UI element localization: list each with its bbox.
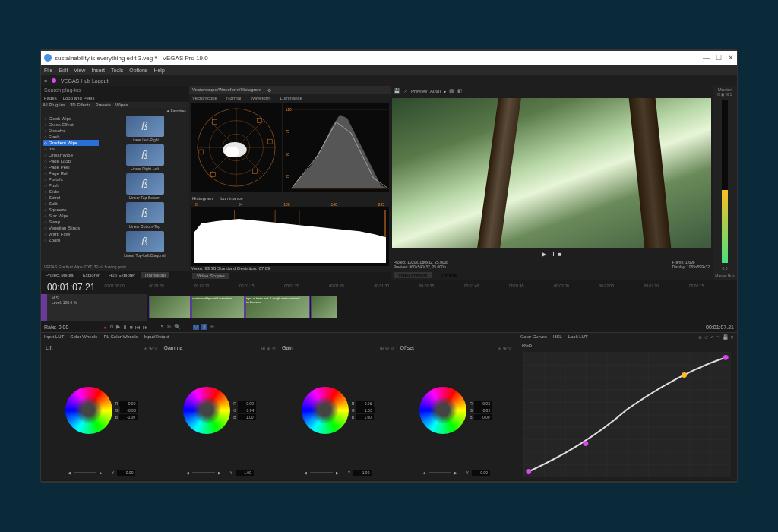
curve-channel-label[interactable]: RGB — [517, 341, 737, 349]
plugin-item[interactable]: Flash — [43, 134, 99, 140]
scope-mode[interactable]: Vectorscope — [192, 96, 217, 100]
scopes-settings-icon[interactable]: ⚙ — [267, 87, 271, 93]
plugin-item[interactable]: Iris — [43, 146, 99, 152]
color-wheel[interactable] — [419, 387, 466, 434]
scope-mode[interactable]: Luminance — [280, 96, 302, 100]
panel-tab[interactable]: Explorer — [80, 272, 103, 278]
plugin-item[interactable]: Venetian Blinds — [43, 225, 99, 231]
preview-save-icon[interactable]: 💾 — [394, 88, 400, 94]
left-subtab[interactable]: All Plug-ins — [43, 103, 65, 107]
wheel-tab[interactable]: Input/Output — [144, 334, 169, 339]
plugin-item[interactable]: Dissolve — [43, 128, 99, 134]
menu-help[interactable]: Help — [153, 68, 164, 73]
tl-play-button[interactable]: ▶ — [116, 324, 120, 330]
clip[interactable] — [149, 296, 191, 318]
menu-insert[interactable]: Insert — [91, 68, 105, 73]
plugin-item[interactable]: Portals — [43, 176, 99, 182]
preview-tab[interactable]: Trimmer — [436, 272, 462, 278]
hist-mode[interactable]: Histogram — [192, 196, 213, 201]
plugin-item[interactable]: Cross Effect — [43, 122, 99, 128]
scope-mode[interactable]: Normal — [226, 96, 241, 100]
plugin-item[interactable]: Slide — [43, 188, 99, 195]
tl-marker-v[interactable]: V — [193, 325, 200, 330]
plugin-item[interactable]: Warp Flow — [43, 231, 99, 237]
clip[interactable] — [311, 296, 337, 318]
tl-end-button[interactable]: ⏭ — [143, 325, 148, 330]
tl-marker-a[interactable]: ▮ — [201, 324, 207, 330]
left-subtab[interactable]: Presets — [96, 103, 111, 107]
master-fx-icon[interactable]: fx ◉ M S — [717, 92, 732, 97]
panel-tab[interactable]: Hub Explorer — [106, 272, 138, 278]
curve-bypass-icon[interactable]: ⊘ — [698, 334, 702, 340]
stop-button[interactable]: ■ — [558, 251, 562, 258]
panel-tab[interactable]: Project Media — [43, 272, 77, 278]
plugin-item[interactable]: Push — [43, 182, 99, 188]
curve-save-icon[interactable]: 💾 — [723, 334, 728, 340]
track-header[interactable]: M S Level: 100.0 % — [41, 294, 147, 321]
menu-edit[interactable]: Edit — [59, 68, 68, 73]
plugin-item[interactable]: Clock Wipe — [43, 116, 99, 122]
hub-logout[interactable]: VEGAS Hub Logout — [61, 78, 108, 84]
preview-mode[interactable]: Preview (Auto) — [411, 89, 441, 93]
curve-tab[interactable]: HSL — [553, 334, 562, 340]
hist-mode[interactable]: Luminance — [220, 196, 242, 201]
tl-start-button[interactable]: ⏮ — [135, 325, 141, 330]
plugin-item[interactable]: Page Roll — [43, 170, 99, 176]
video-scopes-tab[interactable]: Video Scopes — [192, 273, 229, 279]
plugin-item[interactable]: Linear Wipe — [43, 152, 99, 158]
tl-tool-cut[interactable]: ✂ — [167, 324, 172, 330]
curve-tab[interactable]: Color Curves — [520, 334, 547, 340]
plugin-item[interactable]: Gradient Wipe — [43, 140, 99, 146]
preview-split-icon[interactable]: ▦ — [449, 88, 454, 94]
clip[interactable]: tops of trees oak & rough overcast-wind … — [245, 296, 310, 318]
tl-snap-button[interactable]: ⊞ — [210, 324, 214, 330]
color-wheel[interactable] — [302, 387, 349, 434]
menu-options[interactable]: Options — [129, 68, 147, 73]
tl-tool-zoom[interactable]: 🔍 — [174, 324, 181, 330]
transition-preset[interactable]: ßLinear Bottom-Top — [102, 202, 188, 229]
curve-close-icon[interactable]: ✕ — [730, 334, 734, 340]
left-subtab[interactable]: Wipes — [115, 103, 128, 107]
plugin-item[interactable]: Page Peel — [43, 164, 99, 170]
search-input[interactable]: Search plug-ins — [41, 86, 189, 94]
preview-tab[interactable]: Video Preview — [394, 272, 432, 278]
curve-reset-icon[interactable]: ↺ — [704, 334, 708, 340]
transition-preset[interactable]: ßLinear Right-Left — [102, 144, 188, 171]
favorites-toggle[interactable]: ★ Favorites — [41, 108, 189, 114]
menu-view[interactable]: View — [74, 68, 85, 73]
preview-ext-icon[interactable]: ↗ — [403, 88, 408, 94]
wheel-tab[interactable]: RL Color Wheels — [103, 334, 138, 339]
plugin-item[interactable]: Page Loop — [43, 158, 99, 164]
curve-redo-icon[interactable]: ↷ — [716, 334, 720, 340]
wheel-tab[interactable]: Input LUT — [44, 334, 64, 339]
menu-file[interactable]: File — [44, 68, 52, 73]
minimize-button[interactable]: — — [703, 54, 710, 62]
scope-mode[interactable]: Waveform — [250, 96, 270, 100]
left-subtab[interactable]: 3D Effects — [70, 103, 91, 107]
hamburger-icon[interactable]: ≡ — [44, 78, 47, 84]
curve-tab[interactable]: Look LUT — [568, 334, 588, 340]
pause-button[interactable]: ⏸ — [549, 251, 555, 258]
wheel-tab[interactable]: Color Wheels — [70, 334, 97, 339]
close-button[interactable]: ✕ — [728, 54, 734, 62]
plugin-item[interactable]: Spiral — [43, 195, 99, 201]
plugin-item[interactable]: Star Wipe — [43, 213, 99, 219]
clip[interactable]: sustainability-aerial-meadows — [191, 296, 245, 318]
tl-loop-button[interactable]: ↻ — [109, 324, 114, 330]
tl-tool-cursor[interactable]: ↖ — [160, 324, 165, 330]
left-tab[interactable]: Loop and Peels — [60, 94, 98, 102]
transition-preset[interactable]: ßLinear Top-Left Diagonal — [102, 231, 188, 258]
plugin-item[interactable]: Split — [43, 201, 99, 207]
tl-record-button[interactable]: ● — [103, 325, 106, 330]
transition-preset[interactable]: ßLinear Top-Bottom — [102, 173, 188, 200]
plugin-item[interactable]: Squeeze — [43, 207, 99, 213]
left-tab[interactable]: Fades — [41, 94, 60, 102]
plugin-item[interactable]: Swap — [43, 219, 99, 225]
tl-stop-button[interactable]: ■ — [130, 325, 133, 330]
transition-preset[interactable]: ßLinear Left-Right — [102, 116, 188, 142]
play-button[interactable]: ▶ — [542, 251, 546, 258]
tl-pause-button[interactable]: ⏸ — [122, 325, 128, 330]
rgb-curve[interactable] — [523, 352, 731, 477]
curve-undo-icon[interactable]: ↶ — [710, 334, 714, 340]
panel-tab[interactable]: Transitions — [141, 272, 169, 278]
